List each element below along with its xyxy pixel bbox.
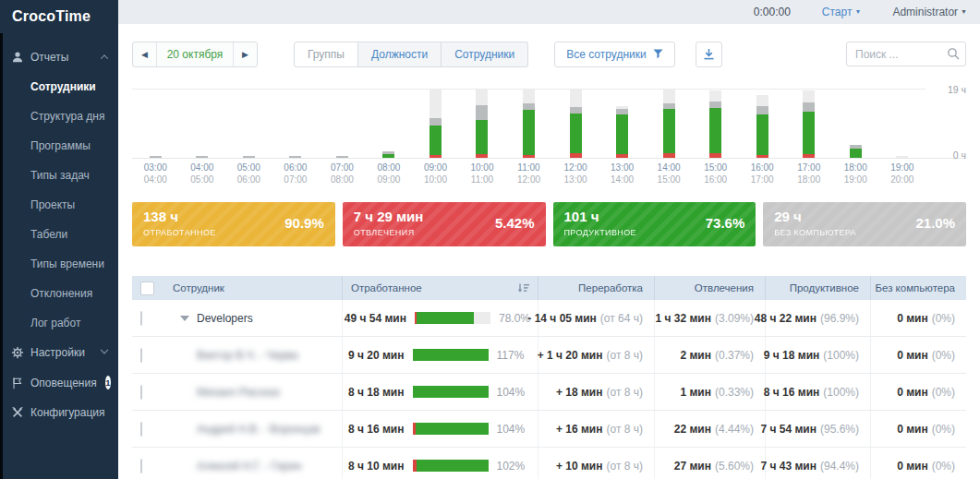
sidebar-item-типы-задач[interactable]: Типы задач (0, 161, 118, 190)
column-header-productive[interactable]: Продуктивное (765, 276, 870, 300)
offline-cell: 0 мин(0%) (870, 300, 966, 336)
sidebar-section-configuration[interactable]: Конфигурация (0, 398, 118, 427)
view-toggle-button[interactable]: Должности (358, 42, 442, 67)
row-checkbox[interactable] (140, 422, 142, 437)
table-row: Виктор В.Ч. - Чирва 9 ч 20 мин 117% + 1 … (132, 337, 966, 374)
chart-hour-label: 18:00 19:00 (832, 162, 879, 186)
sidebar-item-проекты[interactable]: Проекты (0, 190, 118, 220)
chart-baseline (132, 158, 966, 159)
row-checkbox[interactable] (140, 385, 142, 400)
summary-card: 7 ч 29 мин ОТВЛЕЧЕНИЯ 5.42% (343, 202, 546, 246)
chart-plot (132, 89, 926, 157)
chart-columns (132, 90, 926, 158)
chart-column (272, 90, 320, 158)
row-checkbox[interactable] (140, 459, 142, 473)
start-timer-button[interactable]: Старт▼ (822, 6, 862, 18)
worked-progress-bar (413, 460, 489, 472)
worked-percent: 104% (497, 423, 531, 436)
distractions-cell: 1 мин(0.33%) (654, 374, 765, 410)
card-percent: 73.6% (706, 215, 745, 231)
card-percent: 90.9% (284, 215, 324, 231)
sidebar-section-settings[interactable]: Настройки (0, 338, 118, 367)
worked-progress-bar (413, 423, 489, 435)
column-header-overtime[interactable]: Переработка (538, 276, 654, 300)
search-icon[interactable] (947, 47, 960, 60)
view-toggle-group: ГруппыДолжностиСотрудники (294, 42, 528, 67)
table-row: Developers 49 ч 54 мин 78.0% - 14 ч 05 м… (132, 300, 966, 337)
chart-column (552, 90, 599, 158)
row-checkbox[interactable] (140, 348, 142, 363)
column-header-worked[interactable]: Отработанное (342, 276, 538, 300)
worked-percent: 104% (497, 386, 531, 399)
day-activity-chart: 03:00 04:00 04:00 05:00 05:00 06:00 06:0… (132, 89, 966, 186)
chart-hour-label: 08:00 09:00 (366, 162, 413, 186)
productive-cell: 7 ч 43 мин(94.4%) (765, 448, 870, 479)
gear-icon (11, 346, 24, 359)
bar-segment-offline (476, 105, 488, 120)
employee-name: Алексей Н.Г. - Гирин (197, 460, 301, 473)
chart-hour-label: 03:00 04:00 (132, 162, 179, 186)
sidebar-item-label: Структура дня (30, 110, 111, 123)
sidebar-item-label: Типы времени (30, 257, 111, 270)
user-menu[interactable]: Administrator▼ (892, 6, 967, 18)
overtime-cell: + 10 мин(от 8 ч) (538, 448, 654, 479)
alerts-badge: 1 (105, 376, 111, 389)
chart-column (832, 90, 879, 158)
sidebar-item-программы[interactable]: Программы (0, 131, 118, 161)
chart-hour-label: 10:00 11:00 (459, 162, 506, 186)
export-button[interactable] (696, 42, 722, 67)
summary-card: 138 ч ОТРАБОТАННОЕ 90.9% (132, 202, 335, 246)
chart-column (646, 90, 693, 158)
table-row: Андрей Н.В. - Воронцов 8 ч 16 мин 104% +… (132, 411, 966, 448)
view-toggle-button[interactable]: Сотрудники (442, 42, 528, 67)
sidebar-item-табели[interactable]: Табели (0, 220, 118, 249)
chart-hour-label: 11:00 12:00 (505, 162, 552, 186)
distractions-cell: 1 ч 32 мин(3.09%) (654, 300, 765, 336)
chart-hour-label: 13:00 14:00 (599, 162, 646, 186)
column-header-employee[interactable]: Сотрудник (169, 276, 342, 300)
overtime-cell: + 18 мин(от 8 ч) (538, 374, 654, 410)
next-day-button[interactable]: ▶ (234, 42, 257, 66)
sidebar-section-alerts[interactable]: Оповещения 1 (0, 367, 118, 398)
offline-cell: 0 мин(0%) (870, 337, 966, 373)
select-all-checkbox[interactable] (140, 281, 154, 295)
sidebar-item-сотрудники[interactable]: Сотрудники (0, 72, 118, 102)
date-display[interactable]: 20 октября (156, 42, 234, 66)
bar-segment-productive (756, 114, 768, 155)
table-body: Developers 49 ч 54 мин 78.0% - 14 ч 05 м… (132, 300, 966, 479)
sidebar-item-лог-работ[interactable]: Лог работ (0, 308, 118, 338)
bar-segment-productive (476, 120, 488, 154)
view-toggle-button[interactable]: Группы (294, 42, 358, 67)
column-header-offline[interactable]: Без компьютера (870, 276, 966, 300)
summary-card: 101 ч ПРОДУКТИВНОЕ 73.6% (553, 202, 756, 246)
table-header: Сотрудник Отработанное Переработка Отвле… (132, 276, 966, 300)
sort-desc-icon[interactable] (517, 283, 529, 293)
bar-segment-productive (523, 110, 535, 155)
bar-segment-idle (803, 90, 815, 102)
chart-column (599, 90, 646, 158)
row-checkbox[interactable] (140, 311, 142, 326)
sidebar-item-отклонения[interactable]: Отклонения (0, 279, 118, 308)
bar-segment-productive (570, 114, 582, 153)
chart-hour-label: 04:00 05:00 (179, 162, 226, 186)
employees-filter-button[interactable]: Все сотрудники (554, 42, 674, 67)
sidebar-item-label: Типы задач (30, 169, 111, 182)
sidebar-item-структура-дня[interactable]: Структура дня (0, 102, 118, 131)
chevron-up-icon (101, 54, 108, 62)
expander-icon[interactable] (180, 316, 189, 321)
employee-name: Виктор В.Ч. - Чирва (197, 349, 298, 362)
chart-hour-label: 14:00 15:00 (646, 162, 693, 186)
crocotime-app: CrocoTime Отчеты Сотрудники Структура дн… (0, 0, 980, 479)
prev-day-button[interactable]: ◀ (133, 42, 156, 66)
column-header-distractions[interactable]: Отвлечения (654, 276, 765, 300)
summary-cards: 138 ч ОТРАБОТАННОЕ 90.9% 7 ч 29 мин ОТВЛ… (132, 202, 966, 246)
sidebar-section-reports[interactable]: Отчеты (0, 42, 118, 72)
sidebar-edge (0, 33, 3, 479)
worked-value: 8 ч 18 мин (348, 386, 405, 399)
chart-hour-label: 06:00 07:00 (272, 162, 320, 186)
chart-hour-label: 19:00 20:00 (879, 162, 926, 186)
worked-value: 8 ч 16 мин (348, 423, 405, 436)
chart-column (412, 90, 459, 158)
worked-value: 49 ч 54 мин (345, 312, 406, 325)
sidebar-item-типы-времени[interactable]: Типы времени (0, 249, 118, 279)
